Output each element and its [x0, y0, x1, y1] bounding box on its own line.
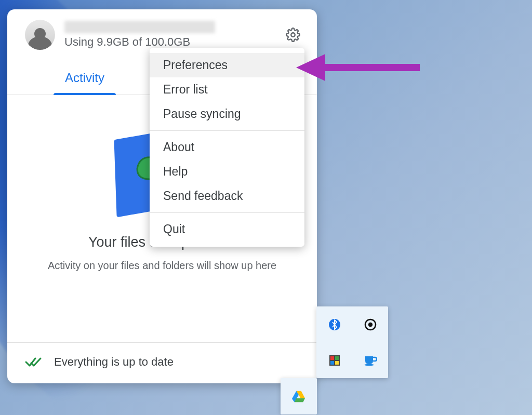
user-info: Using 9.9GB of 100.0GB: [64, 21, 272, 49]
menu-item-about[interactable]: About: [150, 135, 304, 159]
empty-state-subtitle: Activity on your files and folders will …: [32, 260, 292, 272]
menu-item-quit[interactable]: Quit: [150, 217, 304, 242]
menu-item-help[interactable]: Help: [150, 159, 304, 184]
svg-point-11: [364, 364, 374, 366]
menu-item-label: Pause syncing: [163, 107, 241, 121]
svg-rect-8: [335, 356, 339, 360]
svg-rect-9: [330, 361, 334, 365]
svg-point-5: [368, 322, 372, 326]
menu-item-error-list[interactable]: Error list: [150, 77, 304, 102]
menu-item-label: Send feedback: [163, 189, 243, 203]
menu-item-pause-syncing[interactable]: Pause syncing: [150, 102, 304, 126]
password-manager-icon[interactable]: [364, 318, 377, 331]
gear-icon: [286, 28, 300, 42]
system-tray-grid: [316, 306, 388, 378]
menu-item-label: Error list: [163, 83, 208, 96]
svg-point-0: [291, 33, 295, 36]
tab-activity[interactable]: Activity: [7, 60, 162, 95]
status-bar: Everything is up to date: [7, 343, 317, 383]
status-text: Everything is up to date: [54, 355, 174, 369]
menu-item-label: About: [163, 140, 194, 154]
double-check-icon: [25, 356, 43, 368]
avatar[interactable]: [25, 20, 55, 50]
menu-item-send-feedback[interactable]: Send feedback: [150, 184, 304, 208]
menu-item-label: Help: [163, 165, 188, 178]
user-email-redacted: [64, 21, 215, 33]
settings-button[interactable]: [282, 23, 304, 46]
menu-separator: [150, 212, 304, 213]
bluetooth-icon[interactable]: [328, 318, 341, 331]
tab-label: Activity: [65, 71, 104, 85]
menu-item-preferences[interactable]: Preferences: [150, 53, 304, 77]
google-drive-icon[interactable]: [292, 390, 305, 403]
system-tray-single: [281, 378, 317, 414]
settings-menu: Preferences Error list Pause syncing Abo…: [150, 48, 304, 247]
menu-separator: [150, 130, 304, 131]
storage-usage-text: Using 9.9GB of 100.0GB: [64, 35, 272, 49]
menu-item-label: Preferences: [163, 58, 228, 72]
menu-item-label: Quit: [163, 222, 185, 236]
coffee-cup-icon[interactable]: [364, 354, 377, 367]
svg-rect-10: [335, 361, 339, 365]
svg-rect-7: [330, 356, 334, 360]
powertoys-icon[interactable]: [328, 354, 341, 367]
